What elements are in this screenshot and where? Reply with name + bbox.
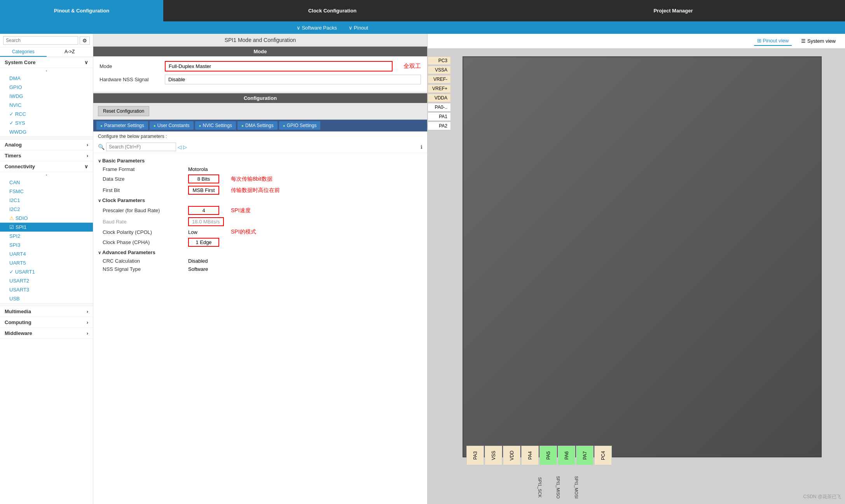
search-settings-button[interactable]: ⚙ bbox=[80, 37, 90, 45]
sidebar-item-sys[interactable]: SYS bbox=[0, 119, 93, 127]
sidebar-section-middleware[interactable]: Middleware › bbox=[0, 328, 93, 339]
info-icon[interactable]: ℹ bbox=[421, 144, 422, 150]
param-name-frame-format: Frame Format bbox=[103, 166, 188, 172]
sidebar-item-dma[interactable]: DMA bbox=[0, 74, 93, 83]
pin-vref-minus[interactable]: VREF- bbox=[428, 75, 451, 84]
annotation-cpol: SPI的模式 bbox=[231, 228, 256, 235]
param-value-crc: Disabled bbox=[188, 258, 219, 264]
param-row-frame-format: Frame Format Motorola bbox=[93, 165, 427, 173]
middle-panel: SPI1 Mode and Configuration Mode Mode Fu… bbox=[93, 34, 428, 504]
mode-content: Mode Full-Duplex Master 全双工 Hardware NSS… bbox=[93, 56, 427, 92]
param-row-nss-signal: NSS Signal Type Software bbox=[93, 265, 427, 273]
sidebar-item-uart4[interactable]: UART4 bbox=[0, 249, 93, 258]
project-manager-nav[interactable]: Project Manager bbox=[501, 0, 845, 21]
param-name-first-bit: First Bit bbox=[103, 187, 188, 193]
sidebar-item-usart2[interactable]: USART2 bbox=[0, 276, 93, 285]
sidebar-item-rcc[interactable]: RCC bbox=[0, 110, 93, 119]
left-pins: PC3 VSSA VREF- VREF+ VDDA PA0-.. PA1 PA2 bbox=[428, 56, 451, 130]
system-view-button[interactable]: ☰ System view bbox=[798, 37, 839, 45]
sidebar-item-iwdg[interactable]: IWDG bbox=[0, 92, 93, 101]
sidebar-item-nvic[interactable]: NVIC bbox=[0, 101, 93, 110]
sidebar-item-usb[interactable]: USB bbox=[0, 294, 93, 303]
tab-nvic-settings[interactable]: NVIC Settings bbox=[195, 121, 236, 130]
sidebar-item-i2c1[interactable]: I2C1 bbox=[0, 196, 93, 205]
annotation-data-size: 每次传输8bit数据 bbox=[231, 176, 272, 183]
sidebar-item-spi2[interactable]: SPI2 bbox=[0, 232, 93, 241]
param-value-nss-signal: Software bbox=[188, 266, 219, 272]
pin-vdda[interactable]: VDDA bbox=[428, 94, 451, 102]
param-row-data-size: Data Size 8 Bits 每次传输8bit数据 bbox=[93, 173, 427, 185]
hardware-nss-select[interactable]: Disable bbox=[165, 75, 421, 84]
sidebar-item-spi1[interactable]: ☑ SPI1 bbox=[0, 223, 93, 232]
param-row-prescaler: Prescaler (for Baud Rate) 4 SPI速度 bbox=[93, 205, 427, 216]
software-packs-link[interactable]: Software Packs bbox=[297, 25, 337, 31]
sub-nav-right bbox=[501, 21, 845, 34]
sidebar-item-gpio[interactable]: GPIO bbox=[0, 83, 93, 92]
pinout-link[interactable]: Pinout bbox=[349, 25, 368, 31]
pinout-config-nav[interactable]: Pinout & Configuration bbox=[0, 0, 163, 21]
param-row-baud-rate: Baud Rate 18.0 MBits/s bbox=[93, 216, 427, 227]
sidebar-item-usart3[interactable]: USART3 bbox=[0, 285, 93, 294]
sidebar-item-wwdg[interactable]: WWDG bbox=[0, 127, 93, 136]
basic-params-header[interactable]: Basic Parameters bbox=[93, 156, 427, 165]
param-row-first-bit: First Bit MSB First 传输数据时高位在前 bbox=[93, 185, 427, 196]
config-search-input[interactable] bbox=[106, 143, 176, 151]
config-section-header: Configuration bbox=[93, 93, 427, 103]
pin-vref-plus[interactable]: VREF+ bbox=[428, 84, 451, 93]
pinout-view-button[interactable]: ⊞ Pinout view bbox=[754, 36, 792, 46]
pin-vdd[interactable]: VDD bbox=[503, 446, 520, 465]
bottom-pins-row: PA3 VSS VDD PA4 PA5 PA6 PA7 PC4 bbox=[466, 446, 612, 465]
tab-categories[interactable]: Categories bbox=[0, 47, 47, 57]
pin-pa4[interactable]: PA4 bbox=[521, 446, 539, 465]
clock-params-header[interactable]: Clock Parameters bbox=[93, 196, 427, 205]
sub-nav-center: Software Packs Pinout bbox=[163, 21, 501, 34]
sidebar-item-can[interactable]: CAN bbox=[0, 178, 93, 187]
param-row-cpol: Clock Polarity (CPOL) Low SPI的模式 bbox=[93, 227, 427, 237]
sidebar-item-i2c2[interactable]: I2C2 bbox=[0, 205, 93, 214]
pin-pa5[interactable]: PA5 bbox=[539, 446, 557, 465]
search-prev-icon[interactable]: ◁ bbox=[178, 144, 182, 150]
search-input[interactable] bbox=[3, 36, 78, 45]
pin-pa3[interactable]: PA3 bbox=[466, 446, 484, 465]
tab-gpio-settings[interactable]: GPIO Settings bbox=[279, 121, 321, 130]
sidebar-item-fsmc[interactable]: FSMC bbox=[0, 187, 93, 196]
sidebar-item-sdio[interactable]: SDIO bbox=[0, 214, 93, 223]
config-toolbar: Reset Configuration bbox=[93, 103, 427, 120]
pin-pa7[interactable]: PA7 bbox=[576, 446, 594, 465]
pin-pa1[interactable]: PA1 bbox=[428, 112, 451, 121]
search-next-icon[interactable]: ▷ bbox=[183, 144, 187, 150]
config-tabs: Parameter Settings User Constants NVIC S… bbox=[93, 120, 427, 132]
tab-parameter-settings[interactable]: Parameter Settings bbox=[96, 121, 148, 130]
sidebar-tabs: Categories A->Z bbox=[0, 47, 93, 57]
tab-dma-settings[interactable]: DMA Settings bbox=[237, 121, 278, 130]
sidebar-item-spi3[interactable]: SPI3 bbox=[0, 241, 93, 249]
sidebar-section-systemcore[interactable]: System Core ∨ bbox=[0, 57, 93, 68]
panel-title: SPI1 Mode and Configuration bbox=[93, 34, 427, 47]
param-name-baud-rate: Baud Rate bbox=[103, 219, 188, 225]
sidebar-item-usart1[interactable]: USART1 bbox=[0, 267, 93, 276]
spi-miso-label: SPI1_MISO bbox=[543, 474, 560, 500]
sidebar-section-computing[interactable]: Computing › bbox=[0, 317, 93, 328]
sidebar-item-uart5[interactable]: UART5 bbox=[0, 258, 93, 267]
pin-pa0[interactable]: PA0-.. bbox=[428, 103, 451, 112]
sidebar-section-connectivity[interactable]: Connectivity ∨ bbox=[0, 161, 93, 172]
sidebar: ⚙ Categories A->Z System Core ∨ • DMA GP… bbox=[0, 34, 93, 504]
pin-vssa[interactable]: VSSA bbox=[428, 66, 451, 74]
tab-user-constants[interactable]: User Constants bbox=[150, 121, 194, 130]
param-value-prescaler: 4 bbox=[188, 206, 219, 215]
pin-vss[interactable]: VSS bbox=[485, 446, 502, 465]
pin-pc4[interactable]: PC4 bbox=[594, 446, 612, 465]
param-row-cpha: Clock Phase (CPHA) 1 Edge bbox=[93, 237, 427, 248]
sidebar-section-timers[interactable]: Timers › bbox=[0, 150, 93, 161]
sub-nav-left-spacer bbox=[0, 21, 163, 34]
pin-pc3[interactable]: PC3 bbox=[428, 56, 451, 65]
sidebar-section-analog[interactable]: Analog › bbox=[0, 140, 93, 150]
clock-config-nav[interactable]: Clock Configuration bbox=[163, 0, 501, 21]
sidebar-section-multimedia[interactable]: Multimedia › bbox=[0, 306, 93, 317]
pin-pa2[interactable]: PA2 bbox=[428, 122, 451, 130]
reset-config-button[interactable]: Reset Configuration bbox=[98, 106, 149, 116]
pin-pa6[interactable]: PA6 bbox=[558, 446, 575, 465]
mode-select[interactable]: Full-Duplex Master bbox=[165, 61, 393, 72]
advanced-params-header[interactable]: Advanced Parameters bbox=[93, 248, 427, 257]
tab-atoz[interactable]: A->Z bbox=[47, 47, 93, 57]
